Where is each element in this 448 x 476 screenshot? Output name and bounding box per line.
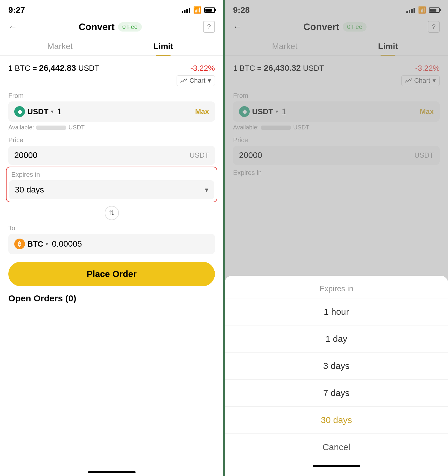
to-currency-chevron-left: ▾ [45,241,48,247]
place-order-button-left[interactable]: Place Order [8,262,215,286]
header-center-left: Convert 0 Fee [78,21,142,32]
status-bar-left: 9:27 📶 [0,0,223,17]
to-label-left: To [0,222,223,234]
home-bar-left [88,471,136,473]
status-time-left: 9:27 [8,5,25,15]
price-label-left: Price [0,134,223,146]
usdt-icon-left: ◆ [14,106,25,117]
tab-limit-left[interactable]: Limit [112,37,215,55]
sheet-header: Expires in [225,276,448,298]
open-orders-left: Open Orders (0) [0,286,223,307]
max-button-left[interactable]: Max [195,107,209,116]
wifi-icon: 📶 [193,6,201,14]
header-left: ← Convert 0 Fee ? [0,17,223,37]
fee-badge-left: 0 Fee [118,22,142,32]
help-button-left[interactable]: ? [203,21,215,33]
status-icons-left: 📶 [182,6,215,14]
battery-icon [204,7,215,13]
signal-icon [182,7,190,13]
btc-icon-left: ₿ [14,239,25,249]
price-input-row-left: 20000 USDT [8,146,215,165]
right-screen: 9:28 📶 ← Convert 0 Fee ? Market L [225,0,448,476]
chart-button-left[interactable]: Chart ▾ [177,75,215,86]
from-label-left: From [0,90,223,101]
from-amount-left[interactable]: 1 [57,107,192,116]
home-bar-right [313,465,360,467]
home-indicator-left [0,466,223,476]
home-indicator-right [225,461,448,470]
rate-text-left: 1 BTC = 26,442.83 USDT [8,63,99,73]
expires-label-left: Expires in [8,168,216,180]
price-value-left[interactable]: 20000 [14,151,186,160]
tabs-left: Market Limit [0,37,223,56]
swap-button-left[interactable]: ⇅ [105,206,119,220]
sheet-item-7-days[interactable]: 7 days [225,380,448,407]
blurred-balance-left [36,126,66,130]
sheet-item-30-days[interactable]: 30 days [225,407,448,434]
expires-value-left: 30 days [15,185,205,195]
from-input-row-left: ◆ USDT ▾ 1 Max [8,101,215,122]
sheet-item-cancel[interactable]: Cancel [225,434,448,461]
from-currency-name-left: USDT [27,107,48,116]
sheet-item-1-hour[interactable]: 1 hour [225,298,448,325]
to-amount-left[interactable]: 0.00005 [52,239,209,249]
to-currency-name-left: BTC [27,239,43,249]
expires-input-row-left[interactable]: 30 days ▾ [9,180,214,199]
page-title-left: Convert [78,21,114,32]
sheet-item-1-day[interactable]: 1 day [225,325,448,353]
expires-bottom-sheet: Expires in 1 hour 1 day 3 days 7 days 30… [225,276,448,476]
tab-market-left[interactable]: Market [8,37,112,55]
chart-icon [180,78,187,83]
chevron-down-icon: ▾ [208,77,211,84]
sheet-item-3-days[interactable]: 3 days [225,353,448,380]
price-suffix-left: USDT [190,151,209,159]
rate-change-left: -3.22% [191,64,215,73]
left-screen: 9:27 📶 ← Convert 0 Fee ? Market L [0,0,225,476]
expires-section-left: Expires in 30 days ▾ [6,167,217,202]
back-button-left[interactable]: ← [8,22,17,32]
expires-chevron-left: ▾ [205,186,208,194]
chart-link-left: Chart ▾ [0,74,223,90]
to-currency-selector-left[interactable]: ₿ BTC ▾ [14,239,48,249]
from-currency-selector-left[interactable]: ◆ USDT ▾ [14,106,54,117]
swap-row-left: ⇅ [0,204,223,222]
available-text-left: Available: USDT [0,123,223,134]
to-input-row-left: ₿ BTC ▾ 0.00005 [8,234,215,254]
from-currency-chevron-left: ▾ [51,108,54,115]
rate-row-left: 1 BTC = 26,442.83 USDT -3.22% [0,60,223,74]
